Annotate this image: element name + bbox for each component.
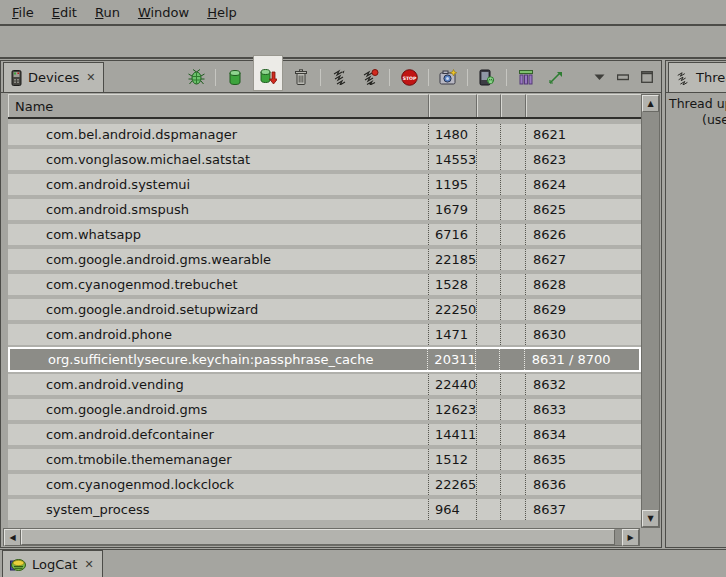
cell-c4 [501,499,526,520]
table-row[interactable]: com.android.phone14718630 [8,324,641,345]
threads-panel-body: Thread updates not enabled for selected … [666,93,726,547]
tab-devices-close-icon[interactable]: ✕ [85,72,96,83]
table-row[interactable]: com.android.vending224408632 [8,374,641,395]
cell-port: 8626 [526,224,641,245]
cell-port: 8625 [526,199,641,220]
threads-tabstrip: Threads [666,61,726,93]
table-header: Name [8,94,641,119]
table-row[interactable]: com.vonglasow.michael.satstat145538623 [8,149,641,170]
threads-message-line1: Thread updates not enabled for selected … [669,96,726,111]
cell-name: com.android.vending [8,374,429,395]
cell-name: com.android.phone [8,324,429,345]
cell-c3 [477,324,501,345]
minimize-icon[interactable] [615,69,631,85]
update-threads-icon[interactable] [329,65,351,89]
cell-name: com.google.android.setupwizard [8,299,429,320]
cell-port: 8621 [526,124,641,145]
table-row[interactable]: org.sufficientlysecure.keychain:passphra… [8,347,641,372]
menu-run[interactable]: Run [95,5,120,20]
devices-tabstrip: Devices ✕ [1,61,661,93]
toolbar-separator [320,69,321,86]
tab-logcat-label: LogCat [32,557,77,572]
menu-file[interactable]: File [12,5,34,20]
cell-port: 8632 [526,374,641,395]
menu-edit[interactable]: Edit [52,5,77,20]
dump-hprof-icon[interactable] [254,56,282,90]
cell-c3 [477,124,501,145]
devices-view: Devices ✕ [0,60,662,548]
reset-adb-icon[interactable] [476,65,498,89]
horizontal-scrollbar[interactable]: ◀ ▶ [3,528,640,546]
column-header-port[interactable] [526,94,641,117]
table-row[interactable]: system_process9648637 [8,499,641,520]
toolbar-separator [428,69,429,86]
cell-pid: 14553 [429,149,477,170]
cell-c4 [501,399,526,420]
cell-c4 [501,374,526,395]
table-row[interactable]: com.android.defcontainer144118634 [8,424,641,445]
cell-name: com.cyanogenmod.trebuchet [8,274,429,295]
cell-c4 [501,424,526,445]
cell-c3 [477,299,501,320]
screen-capture-icon[interactable] [437,65,459,89]
table-row[interactable]: com.google.android.gms126238633 [8,399,641,420]
scroll-right-icon[interactable]: ▶ [622,529,639,546]
tab-devices[interactable]: Devices ✕ [3,62,104,92]
cell-port: 8630 [526,324,641,345]
cell-c4 [501,299,526,320]
start-opengl-trace-icon[interactable] [545,65,567,89]
logcat-icon [10,557,26,571]
menu-window[interactable]: Window [138,5,189,20]
cause-gc-icon[interactable] [290,65,312,89]
cell-c4 [501,324,526,345]
cell-c3 [477,399,501,420]
cell-name: com.whatsapp [8,224,429,245]
debug-process-icon[interactable] [185,65,207,89]
scroll-left-icon[interactable]: ◀ [4,529,21,546]
update-heap-icon[interactable] [224,65,246,89]
toolbar-separator [389,69,390,86]
cell-c4 [501,249,526,270]
menu-help[interactable]: Help [207,5,237,20]
stop-process-icon[interactable]: STOP [398,65,420,89]
table-row[interactable]: com.google.android.setupwizard222508629 [8,299,641,320]
cell-pid: 22440 [429,374,477,395]
table-row[interactable]: com.bel.android.dspmanager14808621 [8,124,641,145]
cell-c3 [477,499,501,520]
cell-pid: 20311 [428,349,476,370]
table-row[interactable]: com.tmobile.thememanager15128635 [8,449,641,470]
cell-name: org.sufficientlysecure.keychain:passphra… [10,349,428,370]
cell-pid: 1512 [429,449,477,470]
cell-c4 [500,349,525,370]
table-row[interactable]: com.android.systemui11958624 [8,174,641,195]
column-header-c3[interactable] [477,94,501,117]
column-header-c4[interactable] [501,94,526,117]
table-row[interactable]: com.google.android.gms.wearable221858627 [8,249,641,270]
table-row[interactable]: com.cyanogenmod.lockclock222658636 [8,474,641,495]
table-row[interactable]: com.cyanogenmod.trebuchet15288628 [8,274,641,295]
horizontal-scroll-thumb[interactable] [21,529,615,545]
vertical-scrollbar[interactable]: ▲ ▼ [641,94,660,528]
cell-pid: 964 [429,499,477,520]
table-row[interactable]: com.whatsapp67168626 [8,224,641,245]
tab-logcat-close-icon[interactable]: ✕ [83,559,94,570]
tab-logcat[interactable]: LogCat ✕ [2,550,103,577]
scroll-down-icon[interactable]: ▼ [642,510,659,527]
view-menu-icon[interactable] [591,69,607,85]
table-row[interactable]: com.android.smspush16798625 [8,199,641,220]
cell-pid: 1195 [429,174,477,195]
maximize-icon[interactable] [639,69,655,85]
toolbar-separator [215,69,216,86]
cell-pid: 1679 [429,199,477,220]
threads-view: Threads Thread updates not enabled for s… [665,60,726,548]
tab-threads[interactable]: Threads [668,62,726,92]
column-header-name[interactable]: Name [8,94,429,117]
scroll-up-icon[interactable]: ▲ [642,95,659,112]
cell-port: 8629 [526,299,641,320]
threads-icon [676,71,690,85]
cell-pid: 22185 [429,249,477,270]
cell-c4 [501,174,526,195]
dump-view-hierarchy-icon[interactable] [515,65,537,89]
start-method-profiling-icon[interactable] [359,65,381,89]
column-header-pid[interactable] [429,94,477,117]
